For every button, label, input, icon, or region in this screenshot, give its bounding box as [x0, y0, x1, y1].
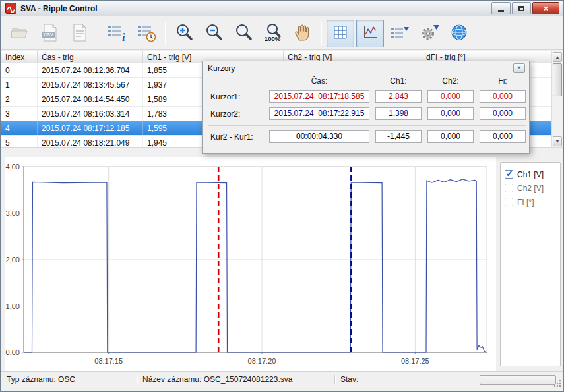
- y-tick-label: 2,00: [6, 256, 20, 264]
- kurzor2-fi-field[interactable]: 0,000: [480, 107, 526, 120]
- xy-plot-icon: [361, 24, 379, 43]
- title-bar[interactable]: SVA - Ripple Control ×: [1, 1, 563, 16]
- zoom-100-button[interactable]: 100%: [259, 20, 287, 47]
- kurzor1-fi-field[interactable]: 0,000: [480, 90, 526, 103]
- header-fi: Fi:: [480, 76, 526, 86]
- list-info-icon: i: [107, 23, 127, 44]
- status-record-type: Typ záznamu: OSC: [1, 375, 137, 384]
- cell-time: 2015.07.24 08:18:21.049: [38, 136, 143, 147]
- progress-bar: [480, 375, 556, 385]
- kurzor2-time-field[interactable]: 2015.07.24 08:17:22.915: [269, 107, 369, 120]
- fi-checkbox[interactable]: [505, 198, 513, 206]
- header-ch1: Ch1:: [375, 76, 422, 86]
- diff-label: Kur2 - Kur1:: [208, 132, 263, 142]
- cell-time: 2015.07.24 08:13:45.567: [38, 78, 143, 92]
- zoom-in-button[interactable]: [170, 20, 198, 47]
- toolbar-separator: [321, 22, 322, 45]
- close-button[interactable]: ×: [532, 2, 559, 14]
- waveform-chart[interactable]: 0,001,002,003,004,0008:17:1508:17:2008:1…: [5, 157, 496, 372]
- dialog-separator: [208, 125, 526, 126]
- scroll-up-icon[interactable]: ▲: [553, 52, 562, 62]
- kurzor2-ch1-field[interactable]: 1,398: [375, 107, 422, 120]
- svg-text:i: i: [122, 31, 125, 42]
- report-button[interactable]: [65, 20, 93, 47]
- cursors-dialog[interactable]: Kurzory × Čas: Ch1: Ch2: Fi: Kurzor1: 20…: [202, 61, 530, 154]
- window-title: SVA - Ripple Control: [20, 4, 98, 13]
- magnifier-icon: [234, 22, 253, 44]
- cell-time: 2015.07.24 08:12:36.704: [38, 63, 143, 77]
- zoom-select-button[interactable]: [230, 20, 257, 47]
- list-menu-button[interactable]: [386, 20, 414, 47]
- pan-button[interactable]: [289, 20, 317, 47]
- gear-dropdown-icon: [420, 22, 440, 44]
- legend-item-ch2[interactable]: Ch2 [V]: [505, 181, 556, 195]
- ch2-checkbox[interactable]: [505, 184, 513, 192]
- series-Ch1-V-: [24, 179, 487, 352]
- record-list-button[interactable]: [133, 20, 160, 47]
- ch2-label: Ch2 [V]: [517, 184, 544, 193]
- diff-time-field[interactable]: 00:00:04.330: [269, 130, 369, 143]
- cell-index: 5: [1, 136, 38, 147]
- settings-menu-button[interactable]: [416, 20, 443, 47]
- export-csv-button[interactable]: CSV: [36, 20, 63, 47]
- cursors-dialog-title: Kurzory: [208, 64, 235, 73]
- kurzor2-label: Kurzor2:: [208, 109, 263, 119]
- x-tick-label: 08:17:20: [248, 357, 276, 365]
- x-tick-label: 08:17:15: [94, 357, 123, 365]
- scroll-down-icon[interactable]: ▼: [553, 136, 562, 146]
- web-button[interactable]: [445, 20, 473, 47]
- open-button[interactable]: [6, 20, 34, 47]
- header-ch2: Ch2:: [427, 76, 474, 86]
- cell-time: 2015.07.24 08:16:03.314: [38, 107, 143, 121]
- kurzor1-ch1-field[interactable]: 2,843: [375, 90, 422, 103]
- y-tick-label: 1,00: [6, 302, 20, 310]
- kurzor1-label: Kurzor1:: [208, 92, 263, 101]
- resize-grip[interactable]: [553, 379, 561, 389]
- folder-open-icon: [11, 24, 29, 43]
- record-info-button[interactable]: i: [103, 20, 131, 47]
- cell-index: 1: [1, 78, 38, 92]
- cell-index: 3: [1, 107, 38, 121]
- svg-text:CSV: CSV: [44, 32, 53, 37]
- legend-item-ch1[interactable]: Ch1 [V]: [505, 167, 556, 181]
- zoom-100-icon: 100%: [263, 22, 284, 44]
- grid-icon: [332, 24, 349, 43]
- cursors-dialog-titlebar[interactable]: Kurzory ×: [203, 61, 529, 75]
- table-scrollbar[interactable]: ▲ ▼: [551, 51, 563, 147]
- column-header-time[interactable]: Čas - trig: [38, 51, 143, 63]
- kurzor2-ch2-field[interactable]: 0,000: [427, 107, 474, 120]
- y-tick-label: 0,00: [6, 349, 20, 356]
- maximize-button[interactable]: [512, 2, 531, 14]
- diff-fi-field[interactable]: 0,000: [480, 130, 526, 143]
- diff-ch2-field[interactable]: 0,000: [427, 130, 474, 143]
- app-window: SVA - Ripple Control × CSV i: [0, 0, 564, 392]
- list-dropdown-icon: [390, 23, 410, 43]
- app-icon[interactable]: [5, 3, 16, 14]
- toolbar-separator: [98, 22, 98, 45]
- cell-index: 4: [1, 121, 38, 135]
- legend-item-fi[interactable]: FI [°]: [505, 195, 556, 209]
- cell-time: 2015.07.24 08:17:12.185: [38, 121, 143, 135]
- waveform-chart-svg[interactable]: 0,001,002,003,004,0008:17:1508:17:2008:1…: [5, 157, 496, 372]
- status-bar: Typ záznamu: OSC Název záznamu: OSC_1507…: [1, 371, 563, 391]
- column-header-index[interactable]: Index: [1, 51, 38, 63]
- zoom-in-icon: [174, 22, 194, 44]
- kurzor1-time-field[interactable]: 2015.07.24 08:17:18.585: [269, 90, 369, 103]
- dialog-close-icon[interactable]: ×: [513, 63, 525, 73]
- diff-ch1-field[interactable]: -1,445: [375, 130, 422, 143]
- cell-time: 2015.07.24 08:14:54.450: [38, 92, 143, 106]
- csv-file-icon: CSV: [42, 23, 58, 44]
- zoom-out-button[interactable]: [200, 20, 228, 47]
- xy-plot-toggle-button[interactable]: [356, 20, 384, 47]
- zoom-out-icon: [204, 22, 224, 44]
- grid-toggle-button[interactable]: [327, 20, 354, 47]
- cell-index: 0: [1, 63, 38, 77]
- list-clock-icon: [137, 23, 156, 44]
- ch1-checkbox[interactable]: [505, 170, 513, 179]
- y-tick-label: 3,00: [6, 210, 20, 217]
- fi-label: FI [°]: [517, 198, 534, 207]
- kurzor1-ch2-field[interactable]: 0,000: [427, 90, 474, 103]
- minimize-button[interactable]: [491, 2, 511, 14]
- scrollbar-thumb[interactable]: [553, 63, 562, 96]
- ch1-label: Ch1 [V]: [517, 170, 544, 179]
